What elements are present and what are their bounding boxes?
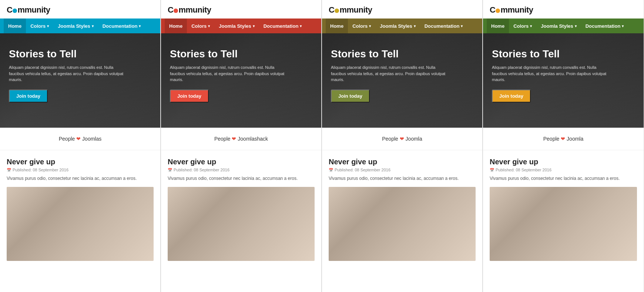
site-logo[interactable]: Cmmunity	[7, 5, 50, 14]
heart-icon: ❤	[561, 136, 565, 142]
logo-bar: Cmmunity	[161, 0, 321, 19]
navbar: HomeColors ▾Joomla Styles ▾Documentation…	[483, 19, 644, 33]
nav-item-colors[interactable]: Colors ▾	[509, 19, 536, 33]
hero-join-button[interactable]: Join today	[331, 90, 370, 103]
logo-dot-icon	[335, 9, 339, 13]
hero-section: Stories to TellAliquam placerat dignissi…	[0, 33, 160, 128]
nav-item-colors[interactable]: Colors ▾	[26, 19, 53, 33]
people-bar: People ❤ Joomla	[483, 128, 644, 150]
navbar: HomeColors ▾Joomla Styles ▾Documentation…	[0, 19, 160, 33]
article-date: Published: 08 September 2016	[496, 168, 551, 172]
hero-title: Stories to Tell	[9, 48, 151, 60]
article-section: Never give up📅 Published: 08 September 2…	[0, 150, 160, 268]
nav-item-joomla-styles[interactable]: Joomla Styles ▾	[536, 19, 581, 33]
hero-title: Stories to Tell	[170, 48, 312, 60]
hero-content: Stories to TellAliquam placerat dignissi…	[322, 33, 482, 103]
calendar-icon: 📅	[329, 168, 333, 172]
people-bar: People ❤ Joomla	[322, 128, 482, 150]
article-meta: 📅 Published: 08 September 2016	[490, 168, 637, 172]
site-column-4: CmmunityHomeColors ▾Joomla Styles ▾Docum…	[483, 0, 644, 292]
article-image-visual	[490, 187, 637, 261]
nav-item-home[interactable]: Home	[165, 19, 187, 33]
article-meta: 📅 Published: 08 September 2016	[7, 168, 154, 172]
hero-text: Aliquam placerat dignissim nisl, rutrum …	[492, 64, 610, 83]
hero-content: Stories to TellAliquam placerat dignissi…	[0, 33, 160, 103]
nav-item-documentation[interactable]: Documentation ▾	[98, 19, 145, 33]
hero-section: Stories to TellAliquam placerat dignissi…	[322, 33, 482, 128]
calendar-icon: 📅	[490, 168, 494, 172]
article-title[interactable]: Never give up	[7, 158, 154, 166]
article-image	[329, 187, 476, 261]
logo-dot-icon	[496, 9, 500, 13]
calendar-icon: 📅	[168, 168, 172, 172]
navbar: HomeColors ▾Joomla Styles ▾Documentation…	[161, 19, 321, 33]
nav-item-documentation[interactable]: Documentation ▾	[581, 19, 628, 33]
site-column-1: CmmunityHomeColors ▾Joomla Styles ▾Docum…	[0, 0, 161, 292]
site-logo[interactable]: Cmmunity	[490, 5, 533, 14]
logo-dot-icon	[13, 9, 17, 13]
article-image	[490, 187, 637, 261]
logo-bar: Cmmunity	[322, 0, 482, 19]
logo-dot-icon	[174, 9, 178, 13]
people-bar: People ❤ Joomlashack	[161, 128, 321, 150]
hero-text: Aliquam placerat dignissim nisl, rutrum …	[170, 64, 288, 83]
logo-bar: Cmmunity	[0, 0, 160, 19]
article-excerpt: Vivamus purus odio, consectetur nec laci…	[329, 175, 476, 182]
article-excerpt: Vivamus purus odio, consectetur nec laci…	[7, 175, 154, 182]
article-section: Never give up📅 Published: 08 September 2…	[322, 150, 482, 268]
logo-bar: Cmmunity	[483, 0, 644, 19]
hero-content: Stories to TellAliquam placerat dignissi…	[161, 33, 321, 103]
heart-icon: ❤	[232, 136, 236, 142]
article-date: Published: 08 September 2016	[335, 168, 390, 172]
navbar: HomeColors ▾Joomla Styles ▾Documentation…	[322, 19, 482, 33]
article-meta: 📅 Published: 08 September 2016	[168, 168, 315, 172]
article-image	[168, 187, 315, 261]
nav-item-joomla-styles[interactable]: Joomla Styles ▾	[53, 19, 98, 33]
article-title[interactable]: Never give up	[490, 158, 637, 166]
article-excerpt: Vivamus purus odio, consectetur nec laci…	[490, 175, 637, 182]
hero-title: Stories to Tell	[492, 48, 635, 60]
article-title[interactable]: Never give up	[329, 158, 476, 166]
site-column-2: CmmunityHomeColors ▾Joomla Styles ▾Docum…	[161, 0, 322, 292]
nav-item-colors[interactable]: Colors ▾	[187, 19, 214, 33]
article-image	[7, 187, 154, 261]
article-image-visual	[168, 187, 315, 261]
article-section: Never give up📅 Published: 08 September 2…	[483, 150, 644, 268]
article-image-visual	[7, 187, 154, 261]
heart-icon: ❤	[400, 136, 404, 142]
nav-item-home[interactable]: Home	[4, 19, 26, 33]
article-date: Published: 08 September 2016	[174, 168, 229, 172]
site-column-3: CmmunityHomeColors ▾Joomla Styles ▾Docum…	[322, 0, 483, 292]
nav-item-documentation[interactable]: Documentation ▾	[259, 19, 306, 33]
site-logo[interactable]: Cmmunity	[329, 5, 372, 14]
hero-text: Aliquam placerat dignissim nisl, rutrum …	[331, 64, 449, 83]
nav-item-colors[interactable]: Colors ▾	[348, 19, 375, 33]
hero-title: Stories to Tell	[331, 48, 473, 60]
nav-item-home[interactable]: Home	[487, 19, 509, 33]
article-excerpt: Vivamus purus odio, consectetur nec laci…	[168, 175, 315, 182]
page-wrapper: CmmunityHomeColors ▾Joomla Styles ▾Docum…	[0, 0, 644, 292]
article-image-visual	[329, 187, 476, 261]
nav-item-home[interactable]: Home	[326, 19, 348, 33]
hero-text: Aliquam placerat dignissim nisl, rutrum …	[9, 64, 127, 83]
site-logo[interactable]: Cmmunity	[168, 5, 211, 14]
article-meta: 📅 Published: 08 September 2016	[329, 168, 476, 172]
hero-section: Stories to TellAliquam placerat dignissi…	[483, 33, 644, 128]
hero-content: Stories to TellAliquam placerat dignissi…	[483, 33, 644, 103]
article-date: Published: 08 September 2016	[13, 168, 68, 172]
article-section: Never give up📅 Published: 08 September 2…	[161, 150, 321, 268]
people-bar: People ❤ Joomlas	[0, 128, 160, 150]
heart-icon: ❤	[76, 136, 81, 142]
hero-section: Stories to TellAliquam placerat dignissi…	[161, 33, 321, 128]
hero-join-button[interactable]: Join today	[492, 90, 531, 103]
calendar-icon: 📅	[7, 168, 11, 172]
hero-join-button[interactable]: Join today	[9, 90, 48, 103]
nav-item-joomla-styles[interactable]: Joomla Styles ▾	[214, 19, 259, 33]
article-title[interactable]: Never give up	[168, 158, 315, 166]
nav-item-documentation[interactable]: Documentation ▾	[420, 19, 467, 33]
hero-join-button[interactable]: Join today	[170, 90, 209, 103]
nav-item-joomla-styles[interactable]: Joomla Styles ▾	[375, 19, 420, 33]
